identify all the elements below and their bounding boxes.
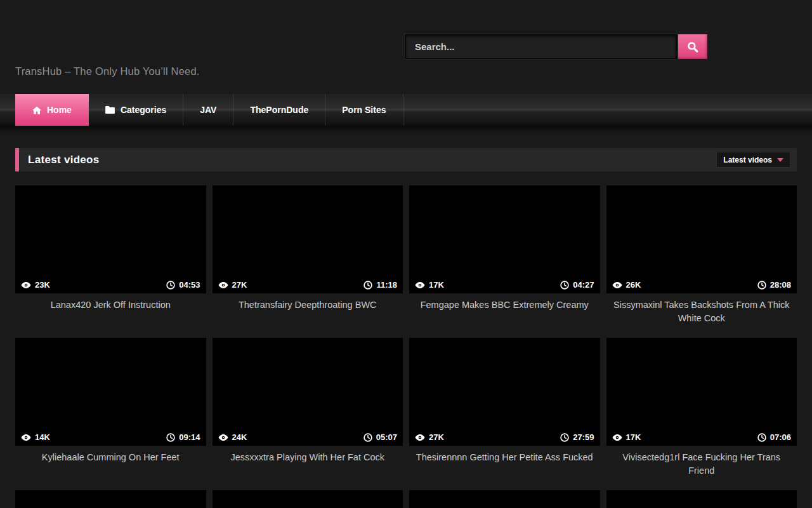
main-navigation: Home Categories JAV ThePornDude Porn Sit… xyxy=(0,94,812,126)
duration-text: 09:14 xyxy=(179,432,200,442)
section-title: Latest videos xyxy=(28,154,100,166)
duration-text: 07:06 xyxy=(770,432,791,442)
views-count: 26K xyxy=(626,280,641,290)
video-stats: 17K 07:06 xyxy=(606,429,797,446)
views-count: 17K xyxy=(626,432,641,442)
video-thumbnail: 14K 09:14 xyxy=(15,338,206,446)
video-thumbnail xyxy=(15,490,206,508)
video-title[interactable]: Sissymaxinl Takes Backshots From A Thick… xyxy=(606,293,797,325)
video-views: 27K xyxy=(218,280,247,290)
duration-text: 28:08 xyxy=(770,280,791,290)
eye-icon xyxy=(415,434,425,441)
video-grid: 23K 04:53 Lanax420 Jerk Off Instruction xyxy=(15,185,797,490)
video-card[interactable] xyxy=(409,490,600,508)
views-count: 17K xyxy=(429,280,444,290)
video-views: 23K xyxy=(21,280,50,290)
video-views: 14K xyxy=(21,432,50,442)
nav-item-label: Categories xyxy=(121,105,166,115)
video-thumbnail xyxy=(606,490,797,508)
eye-icon xyxy=(21,434,31,441)
video-card[interactable]: 27K 11:18 Thetransfairy Deepthroating BW… xyxy=(213,185,403,338)
views-count: 14K xyxy=(35,432,50,442)
video-thumbnail: 27K 11:18 xyxy=(213,185,403,293)
page: TransHub – The Only Hub You’ll Need. Hom… xyxy=(0,0,812,508)
duration-text: 05:07 xyxy=(376,432,397,442)
sort-dropdown[interactable]: Latest videos xyxy=(716,152,790,168)
video-title[interactable]: Jessxxxtra Playing With Her Fat Cock xyxy=(213,446,403,464)
clock-icon xyxy=(166,433,175,442)
video-card[interactable]: 17K 04:27 Femgape Makes BBC Extremely Cr… xyxy=(409,185,600,338)
video-thumbnail: 17K 04:27 xyxy=(409,185,600,293)
nav-item-label: ThePornDude xyxy=(250,105,308,115)
nav-item-categories[interactable]: Categories xyxy=(89,94,183,126)
video-stats: 26K 28:08 xyxy=(606,276,797,293)
eye-icon xyxy=(218,281,228,289)
duration-text: 04:27 xyxy=(573,280,594,290)
site-tagline: TransHub – The Only Hub You’ll Need. xyxy=(15,65,200,77)
nav-item-label: Home xyxy=(47,105,72,115)
video-duration: 09:14 xyxy=(166,432,200,442)
video-card[interactable]: 14K 09:14 Kyliehaale Cumming On Her Feet xyxy=(15,338,206,490)
clock-icon xyxy=(363,281,372,290)
video-stats: 17K 04:27 xyxy=(409,276,600,293)
navbar-shadow xyxy=(0,126,812,135)
video-thumbnail: 27K 27:59 xyxy=(409,338,600,446)
clock-icon xyxy=(757,281,766,290)
eye-icon xyxy=(612,434,622,441)
clock-icon xyxy=(757,433,766,442)
nav-item-label: Porn Sites xyxy=(342,105,386,115)
search-icon xyxy=(687,41,698,53)
video-duration: 05:07 xyxy=(363,432,397,442)
video-card[interactable] xyxy=(213,490,403,508)
video-views: 17K xyxy=(415,280,444,290)
video-title[interactable]: Thetransfairy Deepthroating BWC xyxy=(213,293,403,312)
nav-item-jav[interactable]: JAV xyxy=(183,94,233,126)
video-title[interactable]: Femgape Makes BBC Extremely Creamy xyxy=(409,293,600,312)
video-grid-partial-row xyxy=(15,490,797,508)
site-header: TransHub – The Only Hub You’ll Need. xyxy=(0,0,812,94)
video-card[interactable]: 27K 27:59 Thesirennnn Getting Her Petite… xyxy=(409,338,600,490)
video-title[interactable]: Thesirennnn Getting Her Petite Ass Fucke… xyxy=(409,446,600,464)
nav-item-label: JAV xyxy=(200,105,216,115)
eye-icon xyxy=(612,281,622,289)
video-card[interactable] xyxy=(15,490,206,508)
video-stats: 27K 11:18 xyxy=(213,276,403,293)
video-views: 24K xyxy=(218,432,247,442)
eye-icon xyxy=(218,434,228,441)
views-count: 24K xyxy=(232,432,247,442)
video-stats: 27K 27:59 xyxy=(409,429,600,446)
nav-item-home[interactable]: Home xyxy=(15,94,89,126)
nav-item-porn-sites[interactable]: Porn Sites xyxy=(325,94,403,126)
video-title[interactable]: Kyliehaale Cumming On Her Feet xyxy=(15,446,206,464)
video-duration: 04:27 xyxy=(560,280,594,290)
clock-icon xyxy=(166,281,175,290)
sort-dropdown-label: Latest videos xyxy=(723,156,772,164)
video-duration: 07:06 xyxy=(757,432,791,442)
home-icon xyxy=(32,106,41,114)
video-card[interactable]: 23K 04:53 Lanax420 Jerk Off Instruction xyxy=(15,185,206,338)
duration-text: 04:53 xyxy=(179,280,200,290)
video-views: 27K xyxy=(415,432,444,442)
video-thumbnail: 26K 28:08 xyxy=(606,185,797,293)
clock-icon xyxy=(560,281,569,290)
video-thumbnail: 23K 04:53 xyxy=(15,185,206,293)
search-input[interactable] xyxy=(405,34,677,59)
duration-text: 11:18 xyxy=(376,280,397,290)
nav-item-theporndude[interactable]: ThePornDude xyxy=(233,94,325,126)
video-title[interactable]: Lanax420 Jerk Off Instruction xyxy=(15,293,206,312)
video-card[interactable] xyxy=(606,490,797,508)
clock-icon xyxy=(363,433,372,442)
folder-icon xyxy=(105,106,115,114)
video-title[interactable]: Vivisectedg1rl Face Fucking Her Trans Fr… xyxy=(606,446,797,478)
video-views: 26K xyxy=(612,280,641,290)
clock-icon xyxy=(560,433,569,442)
eye-icon xyxy=(21,281,31,289)
video-card[interactable]: 17K 07:06 Vivisectedg1rl Face Fucking He… xyxy=(606,338,797,490)
views-count: 23K xyxy=(35,280,50,290)
search-button[interactable] xyxy=(678,34,707,59)
caret-down-icon xyxy=(777,158,783,162)
video-card[interactable]: 26K 28:08 Sissymaxinl Takes Backshots Fr… xyxy=(606,185,797,338)
video-duration: 04:53 xyxy=(166,280,200,290)
video-stats: 24K 05:07 xyxy=(213,429,403,446)
video-card[interactable]: 24K 05:07 Jessxxxtra Playing With Her Fa… xyxy=(213,338,403,490)
